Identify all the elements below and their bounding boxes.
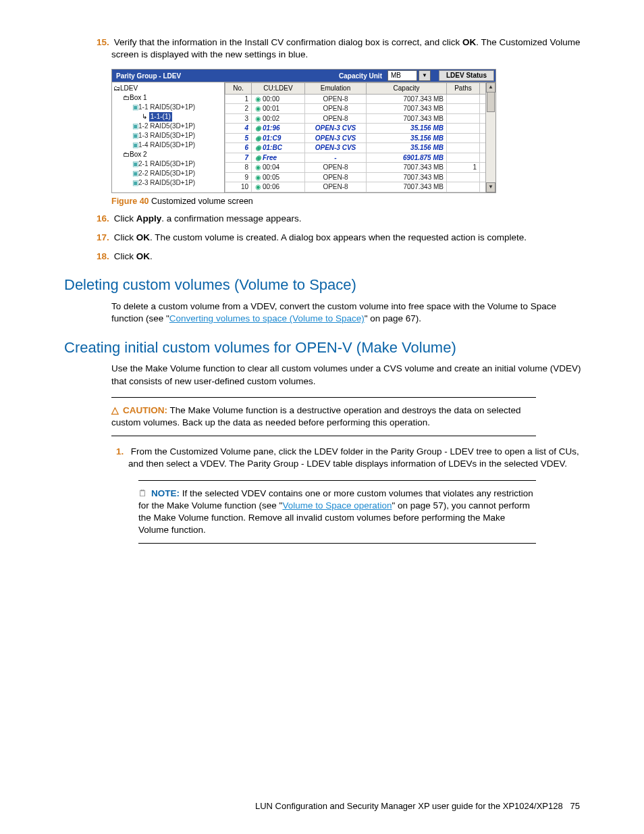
col-emulation[interactable]: Emulation: [305, 83, 367, 95]
table-row[interactable]: 10◉00:06OPEN-87007.343 MB: [225, 182, 495, 192]
ok-literal: OK: [462, 37, 476, 47]
capacity-unit-label: Capacity Unit: [335, 72, 386, 81]
table-row[interactable]: 8◉00:04OPEN-87007.343 MB1: [225, 163, 495, 173]
table-row[interactable]: 4◉01:96OPEN-3 CVS35.156 MB: [225, 124, 495, 134]
step-15: 15. Verify that the information in the I…: [111, 36, 583, 61]
tree-item[interactable]: 1-4 RAID5(3D+1P): [113, 140, 223, 150]
scroll-thumb[interactable]: [487, 92, 495, 112]
table-row[interactable]: 1◉00:00OPEN-87007.343 MB: [225, 94, 495, 104]
tree-item[interactable]: 1-3 RAID5(3D+1P): [113, 131, 223, 140]
figure-caption-text: Customized volume screen: [149, 197, 253, 206]
ok-literal: OK: [136, 232, 150, 242]
substep-text: From the Customized Volume pane, click t…: [128, 446, 579, 469]
figure-caption: Figure 40 Customized volume screen: [111, 196, 583, 207]
scroll-down-icon[interactable]: ▼: [486, 182, 495, 192]
table-row[interactable]: 9◉00:05OPEN-87007.343 MB: [225, 172, 495, 182]
ldev-table[interactable]: No. CU:LDEV Emulation Capacity Paths 1◉0…: [225, 82, 495, 192]
col-capacity[interactable]: Capacity: [367, 83, 447, 95]
ldev-tree[interactable]: LDEV Box 1 1-1 RAID5(3D+1P) ↳ 1-1-(1) 1-…: [112, 82, 225, 192]
tree-selected[interactable]: ↳ 1-1-(1): [113, 112, 223, 122]
note-block: NOTE: If the selected VDEV contains one …: [138, 480, 536, 544]
tree-item[interactable]: 2-3 RAID5(3D+1P): [113, 178, 223, 188]
table-row[interactable]: 2◉00:01OPEN-87007.343 MB: [225, 104, 495, 114]
link-converting-volumes[interactable]: Converting volumes to space (Volume to S…: [169, 313, 365, 323]
step-number: 18.: [97, 251, 111, 263]
step-18: 18. Click OK.: [111, 251, 583, 263]
page-number: 75: [570, 801, 580, 811]
tree-item[interactable]: 1-1 RAID5(3D+1P): [113, 103, 223, 112]
heading-creating: Creating initial custom volumes for OPEN…: [64, 338, 583, 358]
step-text-a: Verify that the information in the Insta…: [114, 37, 462, 47]
col-culdev[interactable]: CU:LDEV: [252, 83, 305, 95]
scroll-up-icon[interactable]: ▲: [486, 82, 495, 93]
link-volume-to-space[interactable]: Volume to Space operation: [282, 500, 392, 511]
note-icon: [138, 488, 151, 498]
tree-root[interactable]: LDEV: [113, 84, 223, 93]
footer-title: LUN Configuration and Security Manager X…: [255, 801, 563, 811]
table-row[interactable]: 6◉01:BCOPEN-3 CVS35.156 MB: [225, 143, 495, 153]
step-16: 16. Click Apply. a confirmation message …: [111, 213, 583, 225]
caution-block: CAUTION: The Make Volume function is a d…: [111, 397, 536, 436]
ldev-status-button[interactable]: LDEV Status: [439, 70, 494, 81]
ok-literal: OK: [136, 251, 150, 261]
substep-1: 1. From the Customized Volume pane, clic…: [128, 446, 583, 470]
table-row[interactable]: 3◉00:02OPEN-87007.343 MB: [225, 113, 495, 124]
figure-header: Parity Group - LDEV Capacity Unit MB ▼ L…: [111, 69, 496, 82]
ldev-grid-pane: No. CU:LDEV Emulation Capacity Paths 1◉0…: [225, 82, 495, 192]
caution-label: CAUTION:: [123, 405, 167, 415]
col-paths[interactable]: Paths: [447, 83, 480, 95]
caution-text: The Make Volume function is a destructiv…: [111, 405, 521, 427]
step-number: 17.: [97, 232, 111, 244]
step-17: 17. Click OK. The custom volume is creat…: [111, 232, 583, 244]
chevron-down-icon[interactable]: ▼: [419, 70, 431, 81]
col-no[interactable]: No.: [225, 83, 252, 95]
warning-icon: [111, 405, 123, 415]
para-deleting: To delete a custom volume from a VDEV, c…: [111, 301, 583, 325]
table-row[interactable]: 5◉01:C9OPEN-3 CVS35.156 MB: [225, 133, 495, 143]
apply-literal: Apply: [136, 213, 162, 224]
tree-item[interactable]: 2-2 RAID5(3D+1P): [113, 169, 223, 178]
figure-label: Figure 40: [111, 197, 149, 206]
para-creating: Use the Make Volume function to clear al…: [111, 363, 583, 387]
heading-deleting: Deleting custom volumes (Volume to Space…: [64, 275, 583, 295]
note-label: NOTE:: [151, 488, 180, 498]
customized-volume-figure: Parity Group - LDEV Capacity Unit MB ▼ L…: [111, 69, 496, 193]
scrollbar[interactable]: ▲ ▼: [485, 82, 495, 192]
step-number: 16.: [97, 213, 111, 225]
page-footer: LUN Configuration and Security Manager X…: [64, 800, 583, 812]
tree-item[interactable]: 2-1 RAID5(3D+1P): [113, 159, 223, 169]
tree-item[interactable]: 1-2 RAID5(3D+1P): [113, 122, 223, 131]
step-number: 15.: [97, 36, 111, 49]
tree-box1[interactable]: Box 1: [113, 93, 223, 103]
tree-box2[interactable]: Box 2: [113, 150, 223, 159]
substep-number: 1.: [116, 446, 128, 458]
table-row[interactable]: 7◉Free-6901.875 MB: [225, 153, 495, 163]
capacity-unit-select[interactable]: MB: [387, 70, 417, 81]
pg-ldev-title: Parity Group - LDEV: [112, 72, 185, 81]
